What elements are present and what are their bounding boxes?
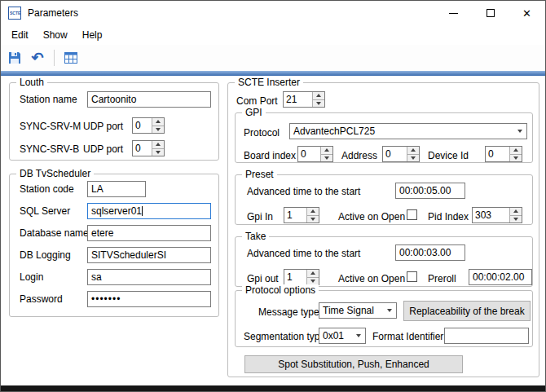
preset-group: Preset Advanced time to the start 00:00:… <box>235 174 533 225</box>
protocol-dropdown[interactable]: AdvantechPCL725 <box>289 123 527 139</box>
protocol-options-group-title: Protocol options <box>242 284 319 297</box>
spinner-down-button[interactable] <box>313 99 324 108</box>
password-label: Password <box>20 293 63 305</box>
spinner-down-button[interactable] <box>152 148 164 156</box>
save-button[interactable] <box>6 48 24 68</box>
toolbar: ↶ <box>1 45 545 71</box>
login-label: Login <box>20 271 43 283</box>
address-spinner[interactable]: 0 <box>382 146 420 162</box>
preroll-input[interactable]: 00:00:02.00 <box>469 269 532 285</box>
segmentation-type-dropdown[interactable]: 0x01 <box>319 328 366 344</box>
station-name-input[interactable]: Cartoonito <box>87 91 211 108</box>
pid-index-label: Pid Index <box>428 211 469 222</box>
message-type-dropdown[interactable]: Time Signal <box>319 302 397 319</box>
device-id-spinner[interactable]: 0 <box>485 146 522 162</box>
app-icon <box>8 7 21 20</box>
spinner-down-button[interactable] <box>510 215 522 223</box>
grid-icon <box>64 51 78 65</box>
board-index-spinner[interactable]: 0 <box>297 146 333 162</box>
protocol-options-group: Protocol options Message type Time Signa… <box>235 290 533 347</box>
sync-srv-b-udp-spinner[interactable]: 0 <box>132 140 165 156</box>
window-controls: ✕ <box>435 1 545 25</box>
preset-active-on-open-label: Active on Open <box>338 211 405 222</box>
spot-substitution-button[interactable]: Spot Substitution, Push, Enhanced <box>244 355 463 373</box>
scte-inserter-group: SCTE Inserter Com Port 21 GPI Protocol A… <box>227 82 539 377</box>
db-logging-input[interactable]: SITVSchedulerSI <box>87 247 211 263</box>
close-button[interactable]: ✕ <box>509 1 545 25</box>
station-name-label: Station name <box>20 94 77 105</box>
preset-advanced-time-label: Advanced time to the start <box>247 186 360 197</box>
preset-active-on-open-checkbox[interactable] <box>407 209 417 220</box>
spinner-down-button[interactable] <box>152 126 164 134</box>
sql-server-label: SQL Server <box>20 205 70 217</box>
password-input[interactable]: ••••••• <box>87 291 211 307</box>
replaceability-button[interactable]: Replaceability of the break <box>403 301 531 321</box>
gpi-in-label: Gpi In <box>247 211 273 222</box>
parameters-window: Parameters ✕ Edit Show Help <box>0 0 546 392</box>
chevron-down-icon <box>352 334 365 337</box>
spinner-up-button[interactable] <box>407 147 419 154</box>
spinner-up-button[interactable] <box>152 141 164 148</box>
com-port-label: Com Port <box>236 95 278 107</box>
spinner-down-button[interactable] <box>307 277 319 285</box>
chevron-down-icon <box>383 309 396 312</box>
station-code-input[interactable]: LA <box>87 181 146 197</box>
spinner-up-button[interactable] <box>313 92 324 99</box>
spinner-down-button[interactable] <box>321 154 332 162</box>
sql-server-input[interactable]: sqlserver01 <box>87 203 211 219</box>
louth-group-title: Louth <box>16 77 47 89</box>
gpi-group-title: GPI <box>242 107 266 119</box>
louth-group: Louth Station name Cartoonito SYNC-SRV-M… <box>9 82 219 161</box>
undo-icon: ↶ <box>31 51 43 65</box>
take-advanced-time-label: Advanced time to the start <box>247 248 360 259</box>
pid-index-spinner[interactable]: 303 <box>472 207 522 223</box>
sql-server-value: sqlserver01 <box>91 205 142 217</box>
menu-show[interactable]: Show <box>36 27 75 43</box>
segmentation-type-label: Segmentation type <box>244 331 325 342</box>
database-name-input[interactable]: etere <box>87 225 211 241</box>
maximize-icon <box>487 9 495 17</box>
spinner-down-button[interactable] <box>407 154 419 162</box>
toolbar-separator <box>54 50 55 66</box>
text-caret <box>142 206 143 216</box>
undo-button[interactable]: ↶ <box>29 48 46 68</box>
address-label: Address <box>341 150 377 161</box>
gpi-out-spinner[interactable]: 1 <box>284 269 319 285</box>
db-logging-label: DB Logging <box>20 249 71 261</box>
spinner-down-button[interactable] <box>510 154 522 162</box>
spinner-down-button[interactable] <box>307 215 319 223</box>
minimize-icon <box>449 13 458 14</box>
spinner-up-button[interactable] <box>321 147 332 154</box>
spinner-up-button[interactable] <box>152 118 164 126</box>
menu-edit[interactable]: Edit <box>4 27 36 43</box>
station-code-label: Station code <box>20 183 74 195</box>
udp-port-label-b: UDP port <box>83 143 123 155</box>
take-group: Take Advanced time to the start 00:00:03… <box>235 236 533 287</box>
take-active-on-open-checkbox[interactable] <box>407 271 417 282</box>
grid-button[interactable] <box>62 48 80 68</box>
minimize-button[interactable] <box>435 1 472 25</box>
gpi-in-spinner[interactable]: 1 <box>284 207 319 223</box>
com-port-spinner[interactable]: 21 <box>283 91 325 108</box>
window-title: Parameters <box>28 7 78 19</box>
login-input[interactable]: sa <box>87 269 211 285</box>
maximize-button[interactable] <box>472 1 509 25</box>
udp-port-label-m: UDP port <box>83 121 123 132</box>
preset-advanced-time-input[interactable]: 00:00:05.00 <box>395 183 465 199</box>
close-icon: ✕ <box>522 7 531 20</box>
spinner-up-button[interactable] <box>307 270 319 277</box>
take-group-title: Take <box>242 231 269 243</box>
preroll-label: Preroll <box>428 273 456 284</box>
spinner-up-button[interactable] <box>510 147 522 154</box>
take-advanced-time-input[interactable]: 00:00:03.00 <box>395 244 465 261</box>
format-identifier-input[interactable] <box>444 328 529 344</box>
toolbar-divider <box>1 71 545 76</box>
menu-help[interactable]: Help <box>75 27 110 43</box>
spinner-up-button[interactable] <box>510 208 522 215</box>
gpi-group: GPI Protocol AdvantechPCL725 Board index… <box>235 112 533 163</box>
take-active-on-open-label: Active on Open <box>338 273 405 284</box>
protocol-label: Protocol <box>244 127 280 139</box>
spinner-up-button[interactable] <box>307 208 319 215</box>
sync-srv-m-udp-spinner[interactable]: 0 <box>132 117 165 134</box>
scte-group-title: SCTE Inserter <box>235 77 303 89</box>
